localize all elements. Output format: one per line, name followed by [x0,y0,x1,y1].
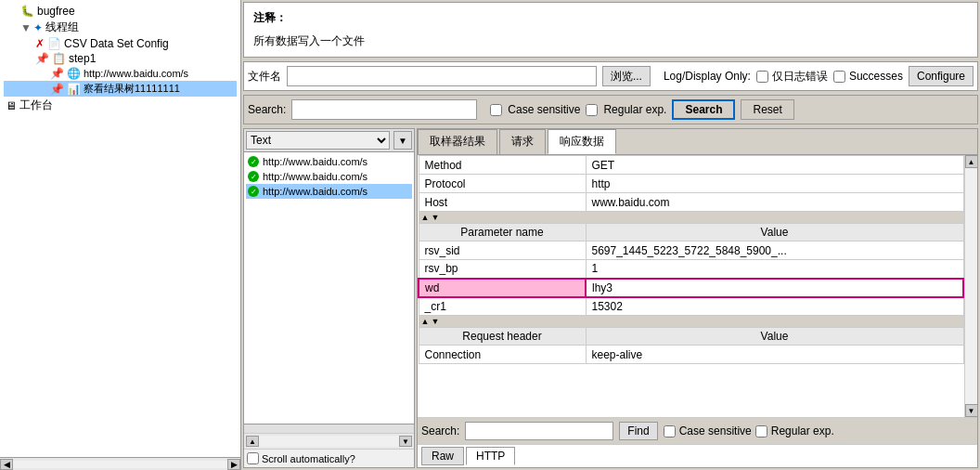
scroll-divider-2: ▲ ▼ [419,316,963,328]
text-dropdown[interactable]: Text [246,131,390,150]
tree-item-csv[interactable]: ✗ 📄 CSV Data Set Config [4,36,237,51]
tree-item-http[interactable]: 📌 🌐 http://www.baidu.com/s [4,66,237,81]
regular-exp-checkbox[interactable] [586,104,598,116]
workbench-icon: 🖥 [6,99,17,112]
req-header-section: Request header Value [419,328,963,346]
scroll-left-btn[interactable]: ◀ [0,459,13,470]
scroll-up-arrow[interactable]: ▲ [246,436,259,447]
req-scrollbar[interactable] [244,424,414,433]
search-label: Search: [248,103,286,116]
wd-value-input[interactable] [592,281,957,294]
find-button[interactable]: Find [619,422,657,440]
host-value: www.baidu.com [586,193,963,212]
bottom-regex-checkbox[interactable] [755,425,767,437]
status-ok-2: ✓ [248,171,259,182]
tree-item-label: 察看结果树11111111 [84,82,180,96]
bug-icon: 🐛 [20,5,34,18]
tree-item-label: http://www.baidu.com/s [84,68,188,79]
bottom-regex-label: Regular exp. [771,424,834,437]
tree-item-label: 工作台 [19,98,53,113]
scroll-up-icon[interactable]: ▲ [421,213,430,222]
case-sensitive-checkbox[interactable] [490,104,502,116]
step-icon: 📋 [52,52,66,65]
req-item-1[interactable]: ✓ http://www.baidu.com/s [246,154,412,169]
param-row-wd: wd [419,279,963,297]
right-panel: 注释： 所有数据写入一个文件 文件名 浏览... Log/Display Onl… [241,0,980,470]
reset-button[interactable]: Reset [741,99,793,120]
successes-checkbox[interactable] [833,71,845,83]
scroll-right-btn[interactable]: ▶ [227,459,240,470]
tree-item-thread-group[interactable]: ▼ ✦ 线程组 [4,19,237,36]
table-row: Protocol http [419,175,963,193]
tab-http[interactable]: HTTP [466,447,515,465]
param-value-cr1: 15302 [586,297,963,316]
bottom-search-input[interactable] [465,422,613,440]
param-value-wd[interactable] [586,279,963,297]
pin-icon2: 📌 [50,67,64,80]
scroll-down-icon-2[interactable]: ▼ [431,317,439,326]
middle-section: Text ▼ ✓ http://www.baidu.com/s ✓ http:/… [243,128,978,468]
x-icon: ✗ [35,37,45,50]
req-item-2[interactable]: ✓ http://www.baidu.com/s [246,169,412,184]
search-options: Case sensitive Regular exp. [490,103,666,116]
successes-group: Successes [833,70,903,83]
http-icon: 🌐 [67,67,81,80]
param-name: rsv_bp [419,260,586,279]
tree-item-label: bugfree [37,5,75,18]
tab-request[interactable]: 请求 [499,129,546,154]
tree-item-label: CSV Data Set Config [64,37,169,50]
param-row-rsv_bp: rsv_bp 1 [419,260,963,279]
scroll-auto-checkbox[interactable] [247,452,259,464]
bottom-case-checkbox[interactable] [664,425,676,437]
scroll-track-h [259,436,399,447]
status-ok-1: ✓ [248,156,259,167]
tab-response[interactable]: 响应数据 [548,129,616,154]
tree-scroll-arrows: ▲ ▼ [244,433,414,449]
vertical-scrollbar: ▲ ▼ [964,155,977,417]
tree-item-label: step1 [69,52,96,65]
arrow-btn[interactable]: ▼ [393,131,412,150]
scroll-track-v [965,168,977,404]
search-input[interactable] [291,99,477,120]
scroll-bottom-btn[interactable]: ▼ [965,404,978,417]
tab-sampler[interactable]: 取样器结果 [418,129,497,154]
search-bar: Search: Case sensitive Regular exp. Sear… [243,95,978,124]
tree-area: 🐛 bugfree ▼ ✦ 线程组 ✗ 📄 CSV Data Set Confi… [0,0,240,457]
req-item-3[interactable]: ✓ http://www.baidu.com/s [246,184,412,199]
params-header: Parameter name Value [419,224,963,242]
csv-icon: 📄 [47,37,61,50]
search-button[interactable]: Search [672,99,735,120]
scroll-down-arrow[interactable]: ▼ [399,436,412,447]
scroll-top-btn[interactable]: ▲ [965,155,978,168]
protocol-name: Protocol [419,175,586,193]
pin-icon3: 📌 [50,83,64,96]
table-area: Method GET Protocol http Host www.baidu.… [418,155,977,417]
scroll-down-icon[interactable]: ▼ [431,213,439,222]
successes-label: Successes [849,70,903,83]
log-label: Log/Display Only: [664,70,751,83]
status-ok-3: ✓ [248,186,259,197]
expand-icon: ▼ [20,21,32,34]
table-container: Method GET Protocol http Host www.baidu.… [418,155,964,417]
tree-item-workbench[interactable]: 🖥 工作台 [4,97,237,114]
req-url-2: http://www.baidu.com/s [263,171,368,182]
tab-raw[interactable]: Raw [421,447,464,465]
file-section: 文件名 浏览... Log/Display Only: 仅日志错误 Succes… [243,61,978,91]
pin-icon: 📌 [35,52,49,65]
table-row: Method GET [419,156,963,175]
protocol-value: http [586,175,963,193]
param-name-header: Parameter name [419,224,586,242]
table-row: Host www.baidu.com [419,193,963,212]
configure-button[interactable]: Configure [909,66,974,86]
note-title: 注释： [248,7,974,30]
tree-item-bugfree[interactable]: 🐛 bugfree [4,4,237,19]
scroll-up-icon-2[interactable]: ▲ [421,317,430,326]
file-input[interactable] [287,66,597,86]
browse-button[interactable]: 浏览... [602,66,651,86]
connection-name: Connection [419,346,586,364]
scroll-auto-label: Scroll automatically? [262,453,355,464]
tree-item-result-tree[interactable]: 📌 📊 察看结果树11111111 [4,81,237,97]
log-only-checkbox[interactable] [756,71,768,83]
tree-item-step1[interactable]: 📌 📋 step1 [4,51,237,66]
left-scrollbar[interactable]: ◀ ▶ [0,457,240,470]
